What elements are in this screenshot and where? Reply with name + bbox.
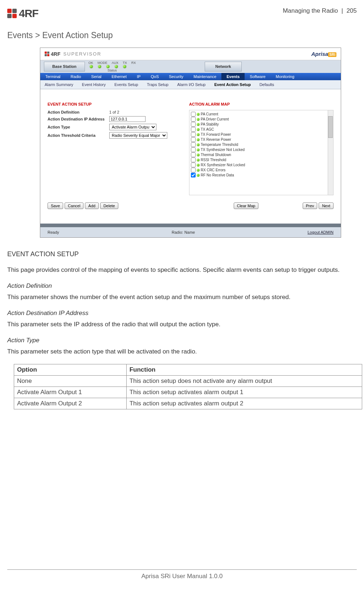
ss-body: EVENT ACTION SETUP Action Definition 1 o… xyxy=(40,89,341,199)
thresh-select[interactable]: Radio Severity Equal Major xyxy=(109,132,167,139)
alarm-map-item[interactable]: PA Current xyxy=(191,112,332,116)
scroll-thumb[interactable] xyxy=(328,116,333,138)
subtab-defaults[interactable]: Defaults xyxy=(255,81,278,88)
tab-ethernet[interactable]: Ethernet xyxy=(106,73,132,80)
alarm-map-item[interactable]: RSSI Threshold xyxy=(191,158,332,162)
status-dot-icon xyxy=(197,123,200,126)
alarm-checkbox[interactable] xyxy=(191,168,196,172)
ss-device-button[interactable]: Base Station xyxy=(44,62,85,71)
ss-radio-label: Radio: xyxy=(172,230,183,234)
scrollbar[interactable] xyxy=(328,110,333,195)
td-option: None xyxy=(14,375,127,387)
table-row: Activate Alarm Output 2 This action setu… xyxy=(14,398,362,409)
alarm-label: TX AGC xyxy=(201,127,214,131)
alarm-checkbox[interactable] xyxy=(191,147,196,152)
ss-button-row: Save Cancel Add Delete Clear Map Prev Ne… xyxy=(40,199,341,213)
alarm-map-listbox[interactable]: PA CurrentPA Driver CurrentPA StabilityT… xyxy=(189,110,334,195)
ss-map-title: ACTION ALARM MAP xyxy=(189,102,334,106)
subtab-alarm-summary[interactable]: Alarm Summary xyxy=(40,81,78,88)
alarm-map-item[interactable]: TX Forward Power xyxy=(191,132,332,137)
ss-network-button[interactable]: Network xyxy=(205,62,241,71)
tab-software[interactable]: Software xyxy=(245,73,270,80)
subtab-traps-setup[interactable]: Traps Setup xyxy=(143,81,173,88)
tab-terminal[interactable]: Terminal xyxy=(40,73,66,80)
subtab-alarm-i-o-setup[interactable]: Alarm I/O Setup xyxy=(173,81,210,88)
cancel-button[interactable]: Cancel xyxy=(65,203,83,209)
alarm-checkbox[interactable] xyxy=(191,163,196,167)
tab-security[interactable]: Security xyxy=(164,73,188,80)
footer-text: Aprisa SRi User Manual 1.0.0 xyxy=(142,573,223,580)
ss-setup-title: EVENT ACTION SETUP xyxy=(48,102,171,106)
alarm-map-item[interactable]: RF No Receive Data xyxy=(191,173,332,177)
tab-serial[interactable]: Serial xyxy=(86,73,106,80)
param-desc-definition: This parameter shows the number of the e… xyxy=(7,293,357,302)
alarm-checkbox[interactable] xyxy=(191,137,196,142)
led-ok-icon xyxy=(90,65,93,68)
alarm-map-item[interactable]: PA Driver Current xyxy=(191,117,332,122)
alarm-checkbox[interactable] xyxy=(191,152,196,157)
alarm-checkbox[interactable] xyxy=(191,127,196,132)
alarm-checkbox[interactable] xyxy=(191,112,196,116)
tab-ip[interactable]: IP xyxy=(132,73,146,80)
alarm-label: TX Forward Power xyxy=(201,132,231,136)
table-row: Activate Alarm Output 1 This action setu… xyxy=(14,387,362,398)
ss-led-panel: OK MODE AUX TX RX Status xyxy=(89,60,136,73)
alarm-map-item[interactable]: Temperature Threshold xyxy=(191,142,332,147)
header-pagenum: 205 xyxy=(347,7,357,14)
logo-dots-icon xyxy=(7,9,17,18)
alarm-checkbox[interactable] xyxy=(191,132,196,137)
led-tx-icon xyxy=(115,65,118,68)
ss-status-label: Status xyxy=(89,69,136,72)
add-button[interactable]: Add xyxy=(85,203,99,209)
ip-input[interactable] xyxy=(109,116,146,122)
alarm-checkbox[interactable] xyxy=(191,173,196,177)
next-button[interactable]: Next xyxy=(319,203,334,209)
tab-radio[interactable]: Radio xyxy=(66,73,86,80)
tab-qos[interactable]: QoS xyxy=(146,73,164,80)
logo-text: 4RF xyxy=(19,7,38,20)
alarm-label: PA Stability xyxy=(201,122,219,126)
td-option: Activate Alarm Output 2 xyxy=(14,398,127,409)
ss-supervisor-label: SUPERVISOR xyxy=(63,51,101,57)
status-dot-icon xyxy=(197,174,200,177)
param-desc-ip: This parameter sets the IP address of th… xyxy=(7,320,357,329)
tab-events[interactable]: Events xyxy=(221,73,245,80)
save-button[interactable]: Save xyxy=(48,203,63,209)
page-footer: Aprisa SRi User Manual 1.0.0 xyxy=(0,569,364,580)
alarm-map-item[interactable]: TX AGC xyxy=(191,127,332,132)
alarm-map-item[interactable]: TX Reverse Power xyxy=(191,137,332,142)
tab-maintenance[interactable]: Maintenance xyxy=(188,73,221,80)
th-function: Function xyxy=(126,364,362,375)
alarm-checkbox[interactable] xyxy=(191,158,196,162)
subtab-event-history[interactable]: Event History xyxy=(78,81,110,88)
alarm-map-item[interactable]: RX CRC Errors xyxy=(191,168,332,172)
tab-monitoring[interactable]: Monitoring xyxy=(271,73,299,80)
prev-button[interactable]: Prev xyxy=(303,203,318,209)
alarm-map-item[interactable]: TX Synthesizer Not Locked xyxy=(191,147,332,152)
alarm-map-item[interactable]: PA Stability xyxy=(191,122,332,127)
logout-link[interactable]: Logout ADMIN xyxy=(307,230,334,234)
alarm-label: RF No Receive Data xyxy=(201,173,234,177)
row-type-label: Action Type xyxy=(48,125,109,129)
status-dot-icon xyxy=(197,164,200,167)
subtab-events-setup[interactable]: Events Setup xyxy=(110,81,142,88)
row-thresh-label: Action Threshold Criteria xyxy=(48,133,109,138)
status-dot-icon xyxy=(197,159,200,162)
ss-main-tabs: TerminalRadioSerialEthernetIPQoSSecurity… xyxy=(40,73,341,80)
alarm-map-item[interactable]: Thermal Shutdown xyxy=(191,152,332,157)
alarm-checkbox[interactable] xyxy=(191,117,196,122)
alarm-label: RSSI Threshold xyxy=(201,158,226,162)
ss-status-bar: Base Station OK MODE AUX TX RX Status xyxy=(40,60,341,73)
alarm-label: Thermal Shutdown xyxy=(201,153,231,157)
led-label-aux: AUX xyxy=(112,61,119,65)
clear-map-button[interactable]: Clear Map xyxy=(234,203,259,209)
type-select[interactable]: Activate Alarm Output 1 xyxy=(109,124,156,130)
status-dot-icon xyxy=(197,118,200,121)
breadcrumb: Events > Event Action Setup xyxy=(7,30,357,40)
led-label-mode: MODE xyxy=(98,61,107,65)
delete-button[interactable]: Delete xyxy=(100,203,118,209)
alarm-checkbox[interactable] xyxy=(191,142,196,147)
alarm-map-item[interactable]: RX Synthesizer Not Locked xyxy=(191,163,332,167)
subtab-event-action-setup[interactable]: Event Action Setup xyxy=(210,81,255,88)
alarm-checkbox[interactable] xyxy=(191,122,196,127)
